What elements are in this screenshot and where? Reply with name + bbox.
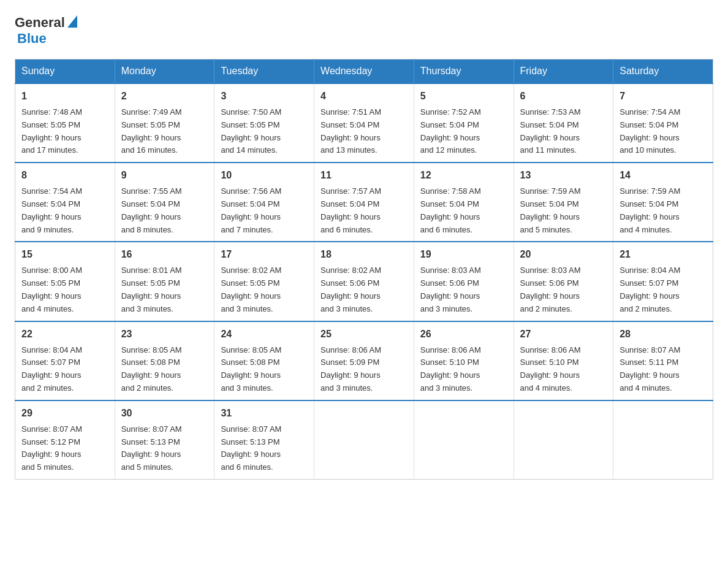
day-info: Sunrise: 8:06 AMSunset: 5:10 PMDaylight:… — [420, 344, 507, 395]
day-number: 15 — [21, 247, 108, 262]
day-number: 28 — [620, 327, 707, 342]
day-info: Sunrise: 7:54 AMSunset: 5:04 PMDaylight:… — [21, 185, 108, 236]
day-number: 1 — [21, 89, 108, 104]
calendar-cell: 23Sunrise: 8:05 AMSunset: 5:08 PMDayligh… — [115, 321, 214, 400]
day-number: 18 — [320, 247, 408, 262]
header-day-monday: Monday — [115, 59, 214, 84]
calendar-cell: 14Sunrise: 7:59 AMSunset: 5:04 PMDayligh… — [613, 163, 713, 242]
day-info: Sunrise: 7:59 AMSunset: 5:04 PMDaylight:… — [520, 185, 607, 236]
day-info: Sunrise: 8:06 AMSunset: 5:09 PMDaylight:… — [320, 344, 408, 395]
day-number: 11 — [320, 168, 408, 183]
day-number: 12 — [420, 168, 507, 183]
calendar-cell: 31Sunrise: 8:07 AMSunset: 5:13 PMDayligh… — [214, 400, 314, 480]
header-day-thursday: Thursday — [414, 59, 514, 84]
day-number: 19 — [420, 247, 507, 262]
day-info: Sunrise: 8:07 AMSunset: 5:13 PMDaylight:… — [221, 423, 308, 474]
calendar-table: SundayMondayTuesdayWednesdayThursdayFrid… — [15, 59, 713, 480]
day-info: Sunrise: 7:48 AMSunset: 5:05 PMDaylight:… — [21, 106, 108, 157]
day-info: Sunrise: 8:05 AMSunset: 5:08 PMDaylight:… — [121, 344, 208, 395]
day-number: 3 — [221, 89, 308, 104]
day-info: Sunrise: 8:03 AMSunset: 5:06 PMDaylight:… — [420, 264, 507, 315]
day-number: 5 — [420, 89, 507, 104]
day-info: Sunrise: 7:50 AMSunset: 5:05 PMDaylight:… — [221, 106, 308, 157]
calendar-cell: 3Sunrise: 7:50 AMSunset: 5:05 PMDaylight… — [214, 83, 314, 163]
logo: General Blue — [15, 15, 77, 47]
calendar-cell: 1Sunrise: 7:48 AMSunset: 5:05 PMDaylight… — [15, 83, 115, 163]
calendar-cell: 24Sunrise: 8:05 AMSunset: 5:08 PMDayligh… — [214, 321, 314, 400]
calendar-cell: 22Sunrise: 8:04 AMSunset: 5:07 PMDayligh… — [15, 321, 115, 400]
day-number: 29 — [21, 406, 108, 421]
day-number: 23 — [121, 327, 208, 342]
day-info: Sunrise: 7:55 AMSunset: 5:04 PMDaylight:… — [121, 185, 208, 236]
day-number: 21 — [620, 247, 707, 262]
header-day-friday: Friday — [514, 59, 613, 84]
calendar-header: SundayMondayTuesdayWednesdayThursdayFrid… — [15, 59, 713, 84]
calendar-cell: 27Sunrise: 8:06 AMSunset: 5:10 PMDayligh… — [514, 321, 613, 400]
day-number: 24 — [221, 327, 308, 342]
day-info: Sunrise: 8:04 AMSunset: 5:07 PMDaylight:… — [21, 344, 108, 395]
calendar-cell: 5Sunrise: 7:52 AMSunset: 5:04 PMDaylight… — [414, 83, 514, 163]
calendar-cell: 10Sunrise: 7:56 AMSunset: 5:04 PMDayligh… — [214, 163, 314, 242]
day-number: 8 — [21, 168, 108, 183]
calendar-cell — [514, 400, 613, 480]
day-number: 17 — [221, 247, 308, 262]
calendar-cell: 9Sunrise: 7:55 AMSunset: 5:04 PMDaylight… — [115, 163, 214, 242]
day-info: Sunrise: 8:02 AMSunset: 5:05 PMDaylight:… — [221, 264, 308, 315]
day-info: Sunrise: 7:52 AMSunset: 5:04 PMDaylight:… — [420, 106, 507, 157]
day-number: 9 — [121, 168, 208, 183]
week-row-4: 22Sunrise: 8:04 AMSunset: 5:07 PMDayligh… — [15, 321, 713, 400]
day-info: Sunrise: 7:58 AMSunset: 5:04 PMDaylight:… — [420, 185, 507, 236]
logo-line2: Blue — [17, 31, 47, 47]
day-info: Sunrise: 8:03 AMSunset: 5:06 PMDaylight:… — [520, 264, 607, 315]
calendar-cell: 29Sunrise: 8:07 AMSunset: 5:12 PMDayligh… — [15, 400, 115, 480]
week-row-1: 1Sunrise: 7:48 AMSunset: 5:05 PMDaylight… — [15, 83, 713, 163]
day-number: 2 — [121, 89, 208, 104]
calendar-cell: 7Sunrise: 7:54 AMSunset: 5:04 PMDaylight… — [613, 83, 713, 163]
calendar-cell: 18Sunrise: 8:02 AMSunset: 5:06 PMDayligh… — [314, 242, 414, 321]
day-number: 20 — [520, 247, 607, 262]
day-number: 30 — [121, 406, 208, 421]
logo-blue-text: Blue — [17, 31, 47, 47]
header-day-tuesday: Tuesday — [214, 59, 314, 84]
day-number: 25 — [320, 327, 408, 342]
day-number: 10 — [221, 168, 308, 183]
header-day-saturday: Saturday — [613, 59, 713, 84]
calendar-cell: 12Sunrise: 7:58 AMSunset: 5:04 PMDayligh… — [414, 163, 514, 242]
day-info: Sunrise: 8:07 AMSunset: 5:12 PMDaylight:… — [21, 423, 108, 474]
day-number: 14 — [620, 168, 707, 183]
day-info: Sunrise: 7:59 AMSunset: 5:04 PMDaylight:… — [620, 185, 707, 236]
logo-arrow-icon — [67, 15, 77, 28]
day-info: Sunrise: 8:07 AMSunset: 5:11 PMDaylight:… — [620, 344, 707, 395]
calendar-cell: 26Sunrise: 8:06 AMSunset: 5:10 PMDayligh… — [414, 321, 514, 400]
day-number: 22 — [21, 327, 108, 342]
calendar-cell: 2Sunrise: 7:49 AMSunset: 5:05 PMDaylight… — [115, 83, 214, 163]
week-row-5: 29Sunrise: 8:07 AMSunset: 5:12 PMDayligh… — [15, 400, 713, 480]
logo-general-text: General — [15, 15, 65, 31]
calendar-cell: 25Sunrise: 8:06 AMSunset: 5:09 PMDayligh… — [314, 321, 414, 400]
day-info: Sunrise: 7:51 AMSunset: 5:04 PMDaylight:… — [320, 106, 408, 157]
calendar-cell: 13Sunrise: 7:59 AMSunset: 5:04 PMDayligh… — [514, 163, 613, 242]
header-day-wednesday: Wednesday — [314, 59, 414, 84]
day-info: Sunrise: 7:53 AMSunset: 5:04 PMDaylight:… — [520, 106, 607, 157]
day-info: Sunrise: 8:02 AMSunset: 5:06 PMDaylight:… — [320, 264, 408, 315]
header-day-sunday: Sunday — [15, 59, 115, 84]
calendar-cell: 21Sunrise: 8:04 AMSunset: 5:07 PMDayligh… — [613, 242, 713, 321]
day-number: 31 — [221, 406, 308, 421]
day-number: 6 — [520, 89, 607, 104]
calendar-cell — [414, 400, 514, 480]
page-header: General Blue — [15, 15, 713, 47]
day-info: Sunrise: 7:56 AMSunset: 5:04 PMDaylight:… — [221, 185, 308, 236]
header-row: SundayMondayTuesdayWednesdayThursdayFrid… — [15, 59, 713, 84]
calendar-cell: 16Sunrise: 8:01 AMSunset: 5:05 PMDayligh… — [115, 242, 214, 321]
logo-line1: General — [15, 15, 77, 31]
day-number: 26 — [420, 327, 507, 342]
calendar-cell: 15Sunrise: 8:00 AMSunset: 5:05 PMDayligh… — [15, 242, 115, 321]
calendar-cell: 20Sunrise: 8:03 AMSunset: 5:06 PMDayligh… — [514, 242, 613, 321]
day-info: Sunrise: 8:06 AMSunset: 5:10 PMDaylight:… — [520, 344, 607, 395]
day-number: 7 — [620, 89, 707, 104]
calendar-cell — [613, 400, 713, 480]
calendar-cell: 6Sunrise: 7:53 AMSunset: 5:04 PMDaylight… — [514, 83, 613, 163]
calendar-cell: 19Sunrise: 8:03 AMSunset: 5:06 PMDayligh… — [414, 242, 514, 321]
calendar-cell — [314, 400, 414, 480]
day-info: Sunrise: 8:07 AMSunset: 5:13 PMDaylight:… — [121, 423, 208, 474]
